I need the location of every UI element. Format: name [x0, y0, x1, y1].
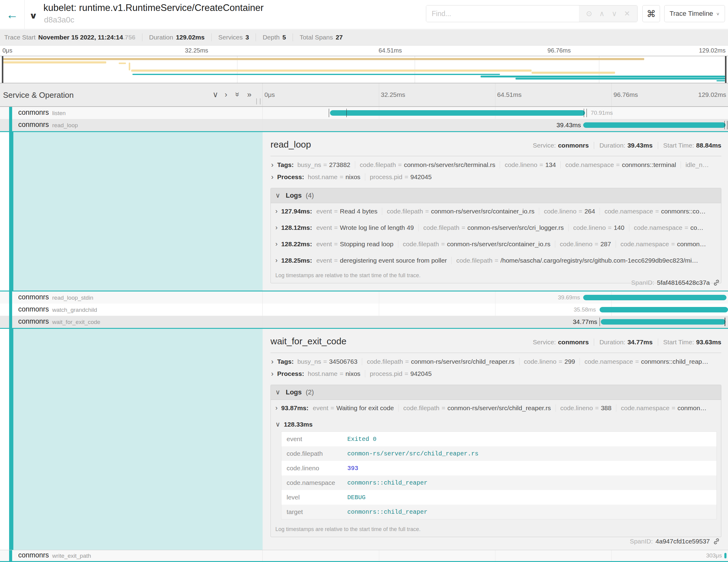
logs-note: Log timestamps are relative to the start… — [271, 523, 721, 537]
find-input[interactable] — [426, 5, 579, 22]
span-bar[interactable] — [724, 553, 727, 558]
span-name-cell[interactable]: conmonrs listen — [0, 107, 263, 119]
logs-header[interactable]: ∨ Logs (2) — [271, 385, 721, 400]
service-operation-header: Service & Operation ∨ › » » — [0, 83, 263, 106]
span-name-cell[interactable]: conmonrs read_loop — [0, 119, 263, 131]
spanid-label: SpanID: — [631, 279, 654, 286]
command-icon: ⌘ — [647, 9, 656, 19]
span-timeline-cell[interactable]: 39.43ms — [263, 119, 728, 131]
table-row: levelDEBUG — [281, 490, 716, 505]
span-row-watch-grandchild[interactable]: conmonrs watch_grandchild 35.58ms — [0, 304, 728, 316]
log-row[interactable]: › 93.87ms: event=Waiting for exit code c… — [271, 400, 721, 416]
minimap-span — [481, 76, 725, 77]
log-row[interactable]: › 128.22ms: event=Stopping read loop cod… — [271, 236, 721, 252]
log-timestamp: 127.94ms: — [281, 208, 312, 215]
log-timestamp: 128.22ms: — [281, 240, 312, 248]
keyboard-shortcuts-button[interactable]: ⌘ — [642, 5, 660, 22]
span-bar[interactable] — [583, 295, 726, 300]
minimap-tick: 96.76ms — [547, 47, 571, 54]
detail-meta: Service:conmonrs Duration:34.77ms Start … — [533, 339, 721, 346]
minimap-tick: 0μs — [2, 47, 12, 54]
expand-one-icon[interactable]: › — [225, 90, 227, 98]
minimap-span — [2, 58, 644, 60]
span-timeline-cell[interactable]: 39.69ms — [263, 291, 728, 304]
minimap-canvas[interactable] — [0, 56, 728, 83]
span-duration: 39.69ms — [558, 294, 580, 301]
expand-all-icon[interactable]: » — [247, 90, 251, 98]
process-row[interactable]: › Process: host.name=nixos process.pid=9… — [270, 370, 721, 377]
start-time-label: Start Time: — [663, 339, 694, 346]
minimap-span — [716, 80, 725, 81]
duration-label: Duration: — [599, 142, 625, 149]
span-duration: 303μs — [706, 552, 722, 559]
span-timeline-cell[interactable]: 303μs — [263, 550, 728, 561]
focus-match-icon[interactable]: ⊙ — [586, 9, 592, 18]
span-duration: 35.58ms — [574, 306, 596, 313]
log-row[interactable]: › 128.12ms: event=Wrote log line of leng… — [271, 220, 721, 236]
span-row-write-exit-path[interactable]: conmonrs write_exit_path 303μs — [0, 550, 728, 561]
process-row[interactable]: › Process: host.name=nixos process.pid=9… — [270, 173, 721, 181]
operation-name: read_loop — [52, 122, 78, 129]
span-name-cell[interactable]: conmonrs read_loop_stdin — [0, 291, 263, 304]
timeline-tick: 32.25ms — [381, 91, 405, 98]
span-duration: 34.77ms — [573, 318, 597, 325]
copy-link-icon[interactable] — [713, 279, 720, 286]
process-key: process.pid — [370, 173, 402, 181]
collapse-trace-icon[interactable]: ∨ — [29, 11, 38, 19]
log-row[interactable]: › 128.25ms: event=deregistering event so… — [271, 252, 721, 269]
operation-name: wait_for_exit_code — [52, 319, 100, 325]
span-name-cell[interactable]: conmonrs watch_grandchild — [0, 304, 263, 316]
detail-indent-fill — [13, 132, 263, 291]
minimap-left-handle[interactable] — [2, 56, 3, 83]
view-select-button[interactable]: Trace Timeline ∨ — [664, 5, 725, 22]
tag-key: idle_n… — [685, 161, 709, 169]
next-match-icon[interactable]: ∨ — [612, 9, 617, 18]
span-row-read-loop-stdin[interactable]: conmonrs read_loop_stdin 39.69ms — [0, 291, 728, 304]
span-timeline-cell[interactable]: 70.91ms — [263, 107, 728, 119]
services-value: 3 — [246, 34, 249, 41]
detail-indent-column — [0, 132, 263, 291]
service-value: conmonrs — [558, 339, 589, 346]
span-row-listen[interactable]: conmonrs listen 70.91ms — [0, 107, 728, 119]
span-bar[interactable] — [330, 110, 585, 116]
span-row-read-loop[interactable]: conmonrs read_loop 39.43ms — [0, 119, 728, 131]
table-row: code.lineno393 — [281, 461, 716, 475]
span-name-cell[interactable]: conmonrs write_exit_path — [0, 550, 263, 561]
span-timeline-cell[interactable]: 35.58ms — [263, 304, 728, 316]
collapse-one-icon[interactable]: ∨ — [213, 90, 218, 98]
chevron-right-icon: › — [275, 404, 277, 412]
tags-row[interactable]: › Tags: busy_ns=273882 code.filepath=con… — [270, 161, 721, 169]
log-row-expanded[interactable]: ∨ 128.33ms — [271, 416, 721, 430]
service-color-bar — [9, 291, 12, 304]
process-label: Process: — [277, 370, 304, 377]
span-detail-wait-for-exit-code: wait_for_exit_code Service:conmonrs Dura… — [0, 328, 728, 550]
spanid-row: SpanID: 4a947cfd1ce59537 — [630, 538, 720, 545]
tags-row[interactable]: › Tags: busy_ns=34506763 code.filepath=c… — [270, 358, 721, 365]
span-row-wait-for-exit-code[interactable]: conmonrs wait_for_exit_code 34.77ms — [0, 316, 728, 328]
service-value: conmonrs — [558, 142, 589, 149]
prev-match-icon[interactable]: ∧ — [599, 9, 605, 18]
logs-header[interactable]: ∨ Logs (4) — [271, 188, 721, 203]
span-timeline-cell[interactable]: 34.77ms — [263, 316, 728, 328]
copy-link-icon[interactable] — [713, 538, 720, 545]
trace-start-ms: .756 — [123, 34, 135, 41]
logs-block: ∨ Logs (4) › 127.94ms: event=Read 4 byte… — [270, 188, 721, 283]
collapse-all-icon[interactable]: » — [234, 92, 242, 97]
column-resizer[interactable] — [256, 98, 260, 104]
span-bar[interactable] — [601, 319, 726, 325]
back-button[interactable]: ← — [0, 0, 25, 29]
span-duration: 70.91ms — [591, 110, 613, 116]
minimap-right-handle[interactable] — [725, 56, 726, 83]
service-color-bar — [9, 119, 12, 131]
trace-start-value: November 15 2022, 11:24:14 — [38, 34, 123, 41]
process-label: Process: — [277, 173, 304, 181]
timeline-tick: 64.51ms — [497, 91, 522, 98]
log-row[interactable]: › 127.94ms: event=Read 4 bytes code.file… — [271, 203, 721, 220]
clear-find-icon[interactable]: ✕ — [624, 9, 630, 18]
span-name-cell[interactable]: conmonrs wait_for_exit_code — [0, 316, 263, 328]
service-name: conmonrs — [18, 317, 49, 325]
span-bar[interactable] — [600, 307, 728, 312]
chevron-right-icon: › — [275, 257, 277, 264]
operation-name: watch_grandchild — [52, 307, 97, 313]
span-bar[interactable] — [583, 122, 726, 128]
